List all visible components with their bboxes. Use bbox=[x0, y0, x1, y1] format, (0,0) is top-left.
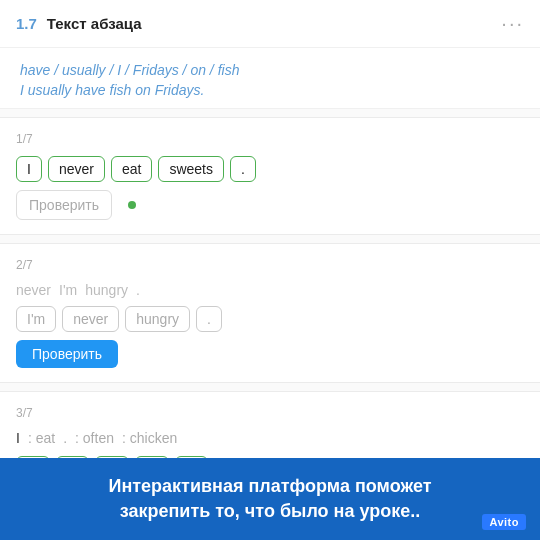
app-container: 1.7 Текст абзаца ··· have / usually / I … bbox=[0, 0, 540, 540]
check-button-2[interactable]: Проверить bbox=[16, 340, 118, 368]
lesson-number: 1.7 bbox=[16, 15, 37, 32]
lesson-title: Текст абзаца bbox=[47, 15, 501, 32]
example-sentence: I usually have fish on Fridays. bbox=[20, 82, 520, 98]
scramble-word-never[interactable]: never bbox=[16, 282, 51, 298]
chip-period[interactable]: . bbox=[230, 156, 256, 182]
exercise-1: 1/7 I never eat sweets . Проверить bbox=[0, 117, 540, 235]
word-eat[interactable]: : eat bbox=[28, 430, 55, 446]
bottom-banner: Интерактивная платформа поможетзакрепить… bbox=[0, 458, 540, 540]
answer-chip-dot[interactable]: . bbox=[196, 306, 222, 332]
chip-I[interactable]: I bbox=[16, 156, 42, 182]
exercise-3: 3/7 I : eat . : often : chicken bbox=[0, 391, 540, 458]
more-options-icon[interactable]: ··· bbox=[501, 12, 524, 35]
section3-words: I : eat . : often : chicken bbox=[16, 430, 524, 446]
avito-badge: Avito bbox=[482, 514, 526, 530]
check-button-1[interactable]: Проверить bbox=[16, 190, 112, 220]
scramble-words-2: never I'm hungry . bbox=[16, 282, 524, 298]
word-dot[interactable]: . bbox=[63, 430, 67, 446]
word-often[interactable]: : often bbox=[75, 430, 114, 446]
answer-chips-2: I'm never hungry . bbox=[16, 306, 524, 332]
correct-indicator bbox=[128, 201, 136, 209]
scramble-word-im[interactable]: I'm bbox=[59, 282, 77, 298]
word-chicken[interactable]: : chicken bbox=[122, 430, 177, 446]
answer-chip-never[interactable]: never bbox=[62, 306, 119, 332]
exercise-2: 2/7 never I'm hungry . I'm never hungry … bbox=[0, 243, 540, 383]
scramble-word-dot[interactable]: . bbox=[136, 282, 140, 298]
example-scramble: have / usually / I / Fridays / on / fish bbox=[20, 62, 520, 78]
banner-text: Интерактивная платформа поможетзакрепить… bbox=[20, 474, 520, 524]
check-button-2-label: Проверить bbox=[32, 346, 102, 362]
chip-sweets[interactable]: sweets bbox=[158, 156, 224, 182]
content-area: have / usually / I / Fridays / on / fish… bbox=[0, 48, 540, 458]
scramble-word-hungry[interactable]: hungry bbox=[85, 282, 128, 298]
exercise-number-3: 3/7 bbox=[16, 406, 524, 420]
exercise-number-2: 2/7 bbox=[16, 258, 524, 272]
chip-never[interactable]: never bbox=[48, 156, 105, 182]
answer-chip-im[interactable]: I'm bbox=[16, 306, 56, 332]
answer-chip-hungry[interactable]: hungry bbox=[125, 306, 190, 332]
header: 1.7 Текст абзаца ··· bbox=[0, 0, 540, 48]
example-section: have / usually / I / Fridays / on / fish… bbox=[0, 48, 540, 109]
word-I[interactable]: I bbox=[16, 430, 20, 446]
exercise-number-1: 1/7 bbox=[16, 132, 524, 146]
chips-row-1: I never eat sweets . bbox=[16, 156, 524, 182]
chip-eat[interactable]: eat bbox=[111, 156, 152, 182]
check-button-1-label: Проверить bbox=[29, 197, 99, 213]
